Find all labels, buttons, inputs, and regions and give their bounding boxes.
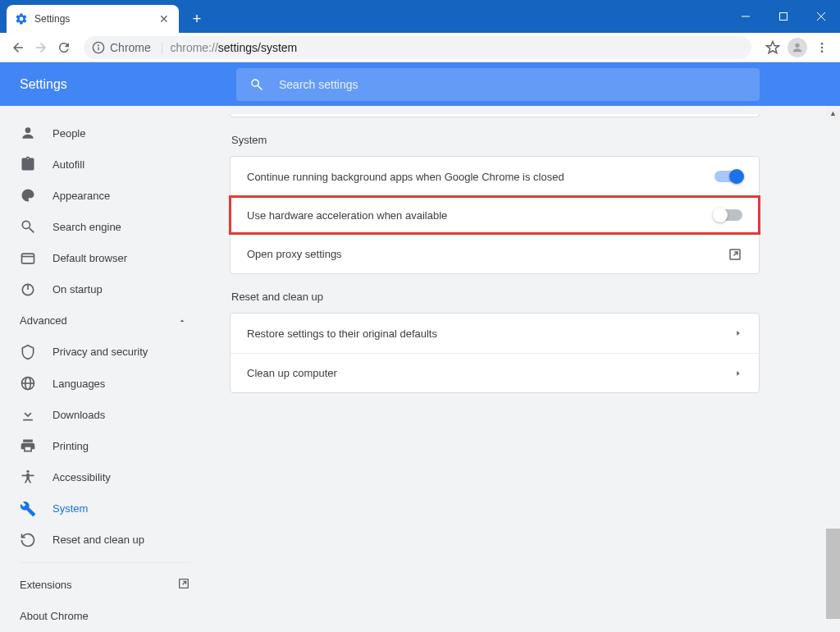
omnibox-separator: | xyxy=(161,41,164,54)
power-icon xyxy=(20,282,36,298)
chevron-right-icon xyxy=(734,369,742,378)
settings-header: Settings xyxy=(0,62,840,106)
close-tab-button[interactable]: ✕ xyxy=(158,12,171,25)
wrench-icon xyxy=(20,501,36,517)
browser-icon xyxy=(20,250,36,267)
sidebar-item-label: System xyxy=(52,502,88,515)
toggle-hardware-acceleration[interactable] xyxy=(714,209,742,221)
browser-tab[interactable]: Settings ✕ xyxy=(7,5,179,33)
new-tab-button[interactable]: + xyxy=(185,7,208,30)
sidebar-item-label: On startup xyxy=(52,283,103,295)
advanced-label: Advanced xyxy=(20,314,67,327)
scroll-up-arrow[interactable]: ▲ xyxy=(826,106,840,120)
row-cleanup-computer[interactable]: Clean up computer xyxy=(231,353,759,392)
maximize-button[interactable] xyxy=(765,0,802,33)
sidebar-item-label: Default browser xyxy=(52,252,127,264)
globe-icon xyxy=(20,375,36,392)
sidebar-item-appearance[interactable]: Appearance xyxy=(0,180,210,211)
print-icon xyxy=(20,437,36,454)
sidebar-item-privacy[interactable]: Privacy and security xyxy=(0,337,210,368)
sidebar-divider xyxy=(20,562,190,563)
sidebar-item-languages[interactable]: Languages xyxy=(0,368,210,399)
row-proxy-settings[interactable]: Open proxy settings xyxy=(231,234,759,273)
row-label: Continue running background apps when Go… xyxy=(247,171,564,183)
system-card: Continue running background apps when Go… xyxy=(230,156,760,274)
row-background-apps[interactable]: Continue running background apps when Go… xyxy=(231,157,759,196)
search-settings-box[interactable] xyxy=(236,68,760,101)
forward-button[interactable] xyxy=(30,36,52,59)
sidebar-item-label: Privacy and security xyxy=(52,346,148,358)
search-icon xyxy=(20,218,36,235)
window-controls xyxy=(727,0,840,33)
window-titlebar: Settings ✕ + xyxy=(0,0,840,33)
sidebar-item-system[interactable]: System xyxy=(0,493,210,524)
sidebar-item-label: Reset and clean up xyxy=(52,534,144,546)
site-info-icon[interactable] xyxy=(92,41,105,54)
sidebar-item-label: Accessibility xyxy=(52,471,111,483)
about-label: About Chrome xyxy=(20,610,89,622)
svg-point-9 xyxy=(821,43,824,45)
chevron-right-icon xyxy=(734,329,742,337)
svg-marker-7 xyxy=(767,41,779,53)
reload-button[interactable] xyxy=(52,36,75,59)
sidebar-item-on-startup[interactable]: On startup xyxy=(0,274,210,305)
svg-rect-6 xyxy=(98,47,98,50)
row-label: Use hardware acceleration when available xyxy=(247,209,447,222)
address-bar[interactable]: Chrome | chrome://settings/system xyxy=(84,36,751,59)
row-label: Restore settings to their original defau… xyxy=(247,327,437,340)
row-hardware-acceleration[interactable]: Use hardware acceleration when available xyxy=(229,195,760,235)
scrollbar-thumb[interactable] xyxy=(826,529,840,619)
sidebar-item-search-engine[interactable]: Search engine xyxy=(0,211,210,242)
svg-point-8 xyxy=(795,43,799,47)
clipboard-icon xyxy=(20,156,36,172)
sidebar-about[interactable]: About Chrome xyxy=(0,601,210,632)
palette-icon xyxy=(20,187,36,204)
sidebar-item-label: People xyxy=(52,127,85,140)
url-path-gray: settings/ xyxy=(218,41,261,54)
sidebar-item-accessibility[interactable]: Accessibility xyxy=(0,461,210,492)
section-title-reset: Reset and clean up xyxy=(231,291,760,303)
sidebar-extensions[interactable]: Extensions xyxy=(0,570,210,601)
sidebar-item-printing[interactable]: Printing xyxy=(0,430,210,461)
sidebar-item-autofill[interactable]: Autofill xyxy=(0,149,210,180)
toggle-background-apps[interactable] xyxy=(714,171,742,182)
minimize-button[interactable] xyxy=(727,0,765,33)
svg-point-10 xyxy=(821,46,824,48)
card-edge xyxy=(230,114,760,117)
close-window-button[interactable] xyxy=(802,0,840,33)
svg-point-5 xyxy=(98,44,99,46)
person-icon xyxy=(20,125,36,141)
avatar-icon xyxy=(788,38,807,57)
search-icon xyxy=(249,77,264,92)
accessibility-icon xyxy=(20,469,36,485)
sidebar-item-downloads[interactable]: Downloads xyxy=(0,399,210,430)
menu-button[interactable] xyxy=(810,36,833,59)
sidebar-advanced-toggle[interactable]: Advanced xyxy=(0,305,210,337)
profile-button[interactable] xyxy=(786,36,809,59)
reset-card: Restore settings to their original defau… xyxy=(230,313,760,393)
back-button[interactable] xyxy=(7,36,30,59)
extensions-label: Extensions xyxy=(20,579,72,591)
row-restore-defaults[interactable]: Restore settings to their original defau… xyxy=(231,314,759,353)
sidebar-item-reset[interactable]: Reset and clean up xyxy=(0,524,210,556)
omnibox-chrome-label: Chrome xyxy=(110,41,151,54)
chevron-up-icon xyxy=(174,316,190,326)
row-label: Open proxy settings xyxy=(247,248,342,260)
tab-title: Settings xyxy=(34,13,70,25)
bookmark-button[interactable] xyxy=(761,36,784,59)
browser-toolbar: Chrome | chrome://settings/system xyxy=(0,33,840,62)
url-scheme: chrome:// xyxy=(170,41,217,54)
settings-sidebar: People Autofill Appearance Search engine… xyxy=(0,106,210,632)
shield-icon xyxy=(20,344,36,360)
sidebar-item-label: Languages xyxy=(52,378,105,390)
section-title-system: System xyxy=(231,134,760,146)
sidebar-item-label: Search engine xyxy=(52,221,121,233)
sidebar-item-label: Appearance xyxy=(52,190,110,202)
svg-point-20 xyxy=(26,470,29,473)
url-path-dark: system xyxy=(261,41,297,54)
sidebar-item-people[interactable]: People xyxy=(0,117,210,149)
sidebar-item-default-browser[interactable]: Default browser xyxy=(0,243,210,274)
svg-point-11 xyxy=(821,50,824,53)
settings-content: System Continue running background apps … xyxy=(210,106,840,632)
search-input[interactable] xyxy=(279,78,746,91)
